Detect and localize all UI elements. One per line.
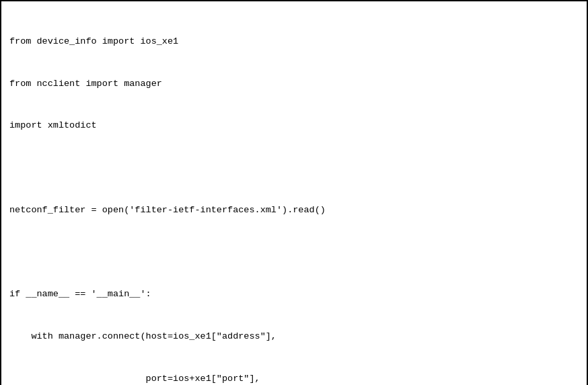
line-5: netconf_filter = open('filter-ietf-inter…	[9, 204, 579, 218]
line-8: with manager.connect(host=ios_xe1["addre…	[9, 330, 579, 344]
line-9: port=ios+xe1["port"],	[9, 372, 579, 385]
line-3: import xmltodict	[9, 119, 579, 133]
line-4	[9, 161, 579, 175]
code-block: from device_info import ios_xe1 from ncc…	[9, 7, 579, 385]
code-container: from device_info import ios_xe1 from ncc…	[0, 0, 588, 385]
line-1: from device_info import ios_xe1	[9, 35, 579, 49]
line-6	[9, 246, 579, 260]
line-7: if __name__ == '__main__':	[9, 288, 579, 302]
line-2: from ncclient import manager	[9, 77, 579, 91]
